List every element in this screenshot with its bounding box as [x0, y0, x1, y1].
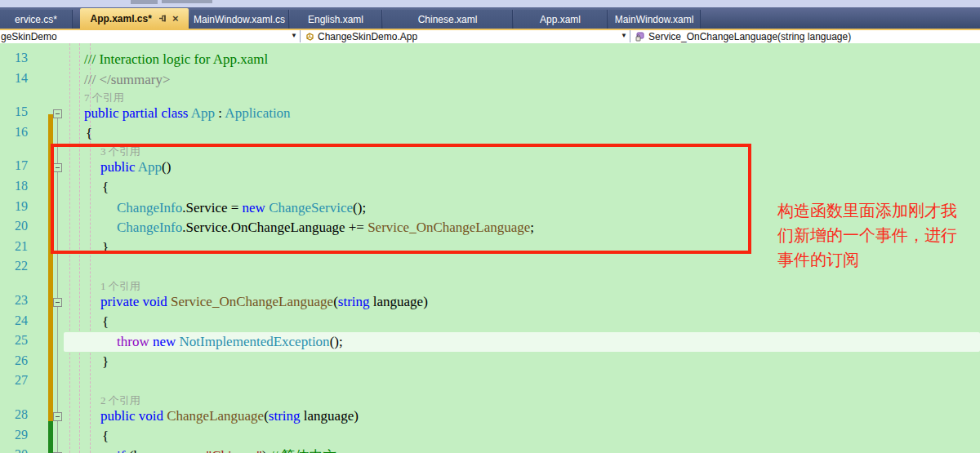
- fold-collapse-box[interactable]: [53, 412, 62, 421]
- private-method-lock-icon: [635, 31, 646, 42]
- code-text: {: [102, 313, 109, 332]
- code-text: if (language == "Chinese") // 简体中文: [117, 446, 337, 453]
- codelens-row[interactable]: 3 个引用: [0, 144, 980, 158]
- type-dropdown[interactable]: ChangeSkinDemo.App ▼: [301, 30, 630, 42]
- line-number[interactable]: 16: [0, 125, 28, 140]
- line-number[interactable]: 14: [0, 71, 28, 86]
- tab-chinese-xaml[interactable]: Chinese.xaml: [383, 10, 513, 29]
- code-text: public partial class App : Application: [84, 104, 291, 123]
- line-number[interactable]: 28: [0, 407, 28, 422]
- tab-mainwindow-xaml-cs[interactable]: MainWindow.xaml.cs: [190, 10, 289, 29]
- code-text: private void Service_OnChangeLanguage(st…: [100, 292, 428, 312]
- tab-label: App.xaml.cs*: [91, 13, 152, 24]
- codelens-row[interactable]: 7 个引用: [0, 90, 980, 104]
- code-text: throw new NotImplementedException();: [117, 332, 343, 352]
- code-text: {: [86, 124, 92, 144]
- tab-label: MainWindow.xaml: [615, 14, 694, 25]
- tab-label: English.xaml: [308, 14, 363, 25]
- code-line[interactable]: 26}: [0, 353, 980, 373]
- toolbar-remnant-strip: [0, 0, 980, 7]
- line-number[interactable]: 17: [0, 158, 28, 173]
- line-number[interactable]: 27: [0, 373, 28, 388]
- chevron-down-icon: ▼: [291, 33, 297, 39]
- close-icon[interactable]: ×: [172, 13, 179, 24]
- code-line[interactable]: 16{: [0, 124, 980, 144]
- pin-icon[interactable]: [158, 14, 167, 23]
- line-number[interactable]: 24: [0, 313, 28, 328]
- type-dropdown-label: ChangeSkinDemo.App: [318, 31, 417, 42]
- code-text: {: [102, 427, 109, 446]
- code-text: public App(): [100, 158, 171, 177]
- document-tab-strip: ervice.cs*App.xaml.cs*×MainWindow.xaml.c…: [0, 7, 980, 29]
- tab-label: ervice.cs*: [15, 14, 57, 25]
- line-number[interactable]: 29: [0, 428, 28, 442]
- code-line[interactable]: 30if (language == "Chinese") // 简体中文: [0, 446, 980, 453]
- line-number[interactable]: 21: [0, 239, 28, 254]
- code-line[interactable]: 15public partial class App : Application: [0, 104, 980, 124]
- line-number[interactable]: 26: [0, 353, 28, 368]
- tab-ervice-cs-[interactable]: ervice.cs*: [0, 10, 73, 29]
- code-text: }: [102, 353, 109, 372]
- line-number[interactable]: 23: [0, 293, 28, 308]
- codelens-row[interactable]: 1 个引用: [0, 278, 980, 292]
- line-number[interactable]: 18: [0, 179, 28, 193]
- code-line[interactable]: 25throw new NotImplementedException();: [0, 332, 980, 353]
- code-line[interactable]: 24{: [0, 313, 980, 333]
- code-line[interactable]: 17public App(): [0, 158, 980, 178]
- code-line[interactable]: 23private void Service_OnChangeLanguage(…: [0, 292, 980, 313]
- member-dropdown-label: Service_OnChangeLanguage(string language…: [648, 31, 851, 42]
- line-number[interactable]: 30: [0, 447, 28, 453]
- line-number[interactable]: 15: [0, 104, 28, 119]
- fold-collapse-box[interactable]: [53, 163, 62, 172]
- code-text: {: [102, 178, 109, 198]
- line-number[interactable]: 20: [0, 219, 28, 233]
- line-number[interactable]: 13: [0, 51, 28, 65]
- line-number[interactable]: 22: [0, 259, 28, 273]
- tab-label: MainWindow.xaml.cs: [194, 14, 285, 25]
- tab-app-xaml-cs-[interactable]: App.xaml.cs*×: [80, 8, 189, 29]
- code-text: ChangeInfo.Service = new ChangeService()…: [117, 198, 366, 218]
- tab-app-xaml[interactable]: App.xaml: [514, 10, 608, 29]
- fold-collapse-box[interactable]: [53, 298, 62, 307]
- code-line[interactable]: 29{: [0, 427, 980, 447]
- toolbar-remnant: [131, 0, 158, 4]
- member-dropdown[interactable]: Service_OnChangeLanguage(string language…: [631, 30, 980, 42]
- code-line[interactable]: 13/// Interaction logic for App.xaml: [0, 50, 980, 70]
- project-dropdown[interactable]: geSkinDemo ▼: [0, 30, 301, 42]
- code-text: }: [102, 238, 109, 258]
- codelens-row[interactable]: 2 个引用: [0, 393, 980, 406]
- fold-collapse-box[interactable]: [53, 109, 62, 118]
- code-line[interactable]: 28public void ChangeLanguage(string lang…: [0, 406, 980, 427]
- tab-english-xaml[interactable]: English.xaml: [290, 10, 382, 29]
- tab-label: Chinese.xaml: [418, 14, 478, 25]
- code-editor[interactable]: 13/// Interaction logic for App.xaml14//…: [0, 43, 980, 453]
- code-text: public void ChangeLanguage(string langua…: [100, 406, 359, 426]
- navigation-bar: geSkinDemo ▼ ChangeSkinDemo.App ▼ Servic…: [0, 30, 980, 44]
- code-text: /// Interaction logic for App.xaml: [84, 50, 268, 69]
- project-dropdown-label: geSkinDemo: [1, 31, 57, 42]
- line-number[interactable]: 25: [0, 333, 28, 348]
- chevron-down-icon: ▼: [621, 33, 627, 39]
- line-number[interactable]: 19: [0, 199, 28, 214]
- annotation-text: 构造函数里面添加刚才我 们新增的一个事件，进行 事件的订阅: [777, 198, 957, 272]
- code-line[interactable]: 14/// </summary>: [0, 70, 980, 91]
- code-text: /// </summary>: [84, 70, 171, 90]
- toolbar-remnant: [162, 0, 212, 3]
- code-text: ChangeInfo.Service.OnChangeLanguage += S…: [117, 218, 534, 238]
- code-line[interactable]: 18{: [0, 178, 980, 198]
- tab-label: App.xaml: [540, 14, 581, 25]
- class-icon: [305, 31, 315, 42]
- code-line[interactable]: 27: [0, 372, 980, 393]
- tab-mainwindow-xaml[interactable]: MainWindow.xaml: [608, 10, 701, 29]
